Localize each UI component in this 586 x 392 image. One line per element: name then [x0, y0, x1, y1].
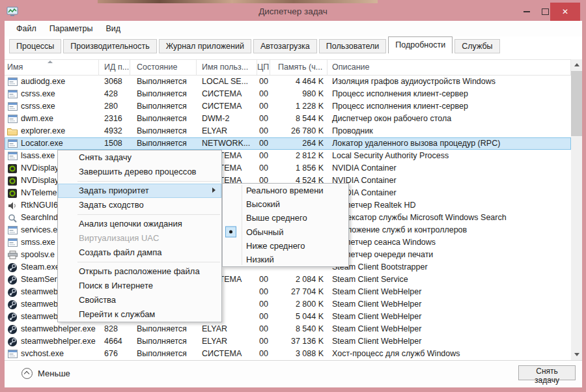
app-icon: [7, 238, 18, 247]
table-row[interactable]: explorer.exe4932ВыполняетсяELYAR0026 780…: [5, 125, 571, 137]
scroll-down-button[interactable]: [571, 349, 582, 360]
table-row[interactable]: csrss.exe428ВыполняетсяСИСТЕМА00980 KПро…: [5, 88, 571, 100]
menubar-item-2[interactable]: Вид: [99, 24, 127, 33]
cell-cpu: 00: [257, 162, 270, 175]
cell-description: NVIDIA Container: [328, 187, 571, 199]
cell-cpu: 00: [257, 311, 270, 323]
cell-user: DWM-2: [197, 113, 257, 125]
cell-cpu: 00: [257, 348, 270, 360]
context-menu-item[interactable]: Завершить дерево процессов: [58, 165, 221, 179]
context-menu-item[interactable]: Открыть расположение файла: [58, 264, 221, 279]
steam-icon: [7, 288, 18, 297]
cell-name: audiodg.exe: [5, 76, 99, 88]
end-task-button[interactable]: Снять задачу: [518, 365, 576, 380]
close-button[interactable]: ✕: [550, 3, 580, 21]
menubar-item-0[interactable]: Файл: [10, 24, 43, 33]
context-menu-item[interactable]: Задать сходство: [58, 198, 221, 212]
process-name: steamweb: [21, 311, 58, 323]
column-header-6[interactable]: Описание: [328, 60, 571, 75]
cell-description: Steam Client Service: [328, 273, 571, 286]
process-name: csrss.exe: [21, 100, 55, 113]
cell-status: Выполняется: [130, 100, 197, 113]
tab-4[interactable]: Пользователи: [319, 39, 387, 53]
cell-memory: 4 464 K: [270, 76, 328, 88]
scroll-thumb[interactable]: [571, 71, 582, 136]
column-header-1[interactable]: ИД п...: [99, 60, 130, 75]
folder-icon: [7, 127, 18, 136]
table-row[interactable]: Locator.exe1508ВыполняетсяNETWORK...0026…: [5, 137, 571, 150]
cell-memory: 8 544 K: [270, 113, 328, 125]
column-header-3[interactable]: Имя польз...: [197, 60, 257, 75]
process-name: steamweb: [21, 286, 58, 298]
table-row[interactable]: dwm.exe2316ВыполняетсяDWM-2008 544 KДисп…: [5, 113, 571, 125]
cell-cpu: 00: [257, 335, 270, 348]
table-row[interactable]: steamwebhelper.exe4664ВыполняетсяELYAR00…: [5, 335, 571, 348]
cell-description: Хост-процесс для служб Windows: [328, 348, 571, 360]
cell-description: Локатор удаленного вызова процедур (RPC): [328, 137, 571, 150]
sort-arrow-icon: [48, 61, 53, 63]
tab-1[interactable]: Производительность: [63, 39, 156, 53]
submenu-item-label: Выше среднего: [246, 213, 307, 223]
cell-status: Выполняется: [130, 113, 197, 125]
column-header-2[interactable]: Состояние: [130, 60, 197, 75]
menubar-item-1[interactable]: Параметры: [43, 24, 100, 33]
submenu-item[interactable]: Низкий: [223, 253, 348, 266]
chevron-up-icon: [21, 368, 33, 379]
footer-bar: Меньше Снять задачу: [5, 360, 582, 387]
minimize-icon: [523, 11, 530, 12]
cell-pid: 428: [99, 88, 130, 100]
submenu-item[interactable]: Выше среднего: [223, 211, 348, 225]
process-name: explorer.exe: [21, 125, 65, 137]
column-header-5[interactable]: Память (ч...: [270, 60, 328, 75]
minimize-button[interactable]: [518, 3, 536, 21]
cell-cpu: 00: [257, 137, 270, 150]
process-name: SteamSer: [21, 273, 57, 286]
submenu-item[interactable]: Реального времени: [223, 184, 348, 197]
cell-cpu: 00: [257, 273, 270, 286]
context-menu-item[interactable]: Поиск в Интернете: [58, 279, 221, 293]
submenu-item[interactable]: Высокий: [223, 197, 348, 211]
context-menu-item[interactable]: Снять задачу: [58, 150, 221, 165]
tab-5[interactable]: Подробности: [388, 36, 453, 53]
context-menu-item[interactable]: Перейти к службам: [58, 307, 221, 322]
table-row[interactable]: svchost.exe676ВыполняетсяСИСТЕМА003 088 …: [5, 348, 571, 360]
app-icon: [7, 139, 18, 148]
table-row[interactable]: steamwebhelper.exe828ВыполняетсяELYAR008…: [5, 323, 571, 335]
scrollbar[interactable]: [571, 59, 582, 360]
context-menu-item[interactable]: Создать файл дампа: [58, 245, 221, 260]
context-menu-item[interactable]: Анализ цепочки ожидания: [58, 217, 221, 231]
submenu-item[interactable]: Обычный: [223, 225, 348, 239]
cell-memory: 37 136 K: [270, 335, 328, 348]
tab-6[interactable]: Службы: [454, 39, 499, 53]
cell-name: svchost.exe: [5, 348, 99, 360]
submenu-item-label: Реального времени: [246, 186, 324, 195]
tab-bar: ПроцессыПроизводительностьЖурнал приложе…: [5, 36, 582, 53]
tab-2[interactable]: Журнал приложений: [159, 39, 251, 53]
process-name: NvTeleme: [21, 187, 57, 199]
submenu-item[interactable]: Ниже среднего: [223, 239, 348, 253]
context-menu-item[interactable]: Задать приоритет: [58, 184, 221, 198]
cell-description: Проводник: [328, 125, 571, 137]
fewer-details-button[interactable]: Меньше: [21, 368, 70, 379]
scroll-up-button[interactable]: [571, 59, 582, 70]
context-menu-item[interactable]: Свойства: [58, 293, 221, 307]
table-row[interactable]: csrss.exe280ВыполняетсяСИСТЕМА001 228 KП…: [5, 100, 571, 113]
table-row[interactable]: audiodg.exe3068ВыполняетсяLOCAL SE...004…: [5, 76, 571, 88]
tab-3[interactable]: Автозагрузка: [253, 39, 317, 53]
cell-pid: 3068: [99, 76, 130, 88]
cell-status: Выполняется: [130, 88, 197, 100]
cell-name: steamwebhelper.exe: [5, 335, 99, 348]
cell-cpu: 00: [257, 286, 270, 298]
cell-status: Выполняется: [130, 323, 197, 335]
cell-description: Диспетчер Realtek HD: [328, 199, 571, 212]
cell-status: Выполняется: [130, 348, 197, 360]
titlebar: Диспетчер задач ✕: [0, 3, 586, 21]
cell-name: csrss.exe: [5, 100, 99, 113]
tab-0[interactable]: Процессы: [9, 39, 61, 53]
nvidia-icon: [7, 164, 18, 173]
steam-icon: [7, 263, 18, 272]
column-header-4[interactable]: ЦП: [257, 60, 270, 75]
table-header: ИмяИД п...СостояниеИмя польз...ЦППамять …: [5, 59, 571, 76]
process-name: steamwebhelper.exe: [21, 323, 96, 335]
search-icon: [7, 214, 18, 223]
